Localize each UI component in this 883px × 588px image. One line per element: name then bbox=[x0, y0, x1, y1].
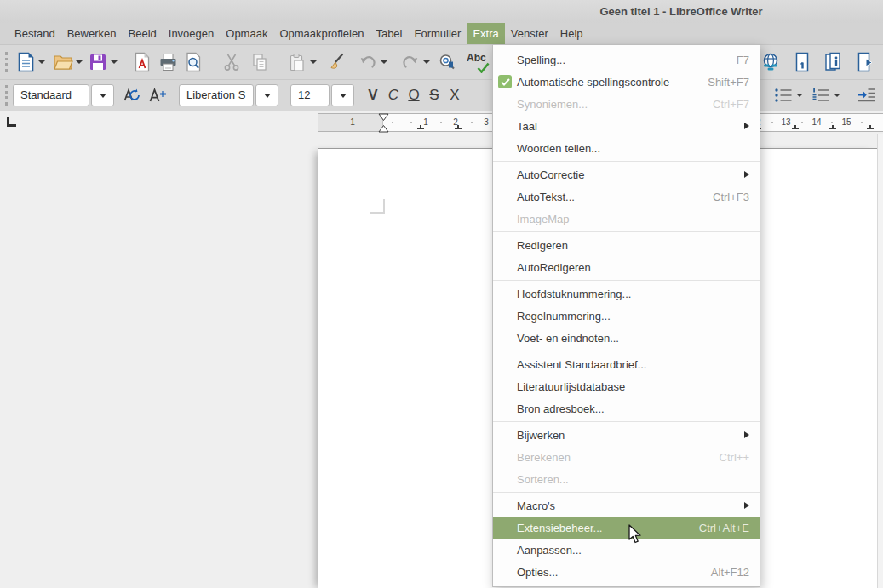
menu-item-label: AutoCorrectie bbox=[517, 168, 732, 181]
save-dropdown[interactable] bbox=[109, 51, 119, 73]
font-size-dropdown[interactable] bbox=[331, 84, 354, 106]
menu-item-label: Assistent Standaardbrief... bbox=[517, 358, 737, 371]
menu-item[interactable]: Voet- en eindnoten... bbox=[493, 327, 760, 349]
paragraph-style-input[interactable]: Standaard bbox=[13, 84, 89, 106]
menu-item[interactable]: Bijwerken bbox=[493, 424, 760, 446]
menubar-item[interactable]: Help bbox=[554, 23, 589, 44]
cut-icon[interactable] bbox=[221, 51, 243, 73]
paste-icon[interactable] bbox=[286, 51, 308, 73]
menu-item[interactable]: Bron adresboek... bbox=[493, 397, 760, 420]
menubar-item[interactable]: Beeld bbox=[123, 23, 163, 44]
menubar-item[interactable]: Tabel bbox=[370, 23, 408, 44]
paste-dropdown[interactable] bbox=[308, 51, 318, 73]
copy-icon[interactable] bbox=[249, 51, 271, 73]
insert-page-break-icon[interactable] bbox=[791, 51, 813, 73]
menu-item-label: Opties... bbox=[517, 566, 699, 579]
undo-icon[interactable] bbox=[357, 51, 379, 73]
menubar-item[interactable]: Extra bbox=[467, 23, 504, 44]
menu-item-label: Voet- en eindnoten... bbox=[517, 332, 737, 345]
format-button[interactable]: S bbox=[424, 84, 444, 106]
tab-stop-marker[interactable] bbox=[792, 125, 799, 129]
font-name-input[interactable]: Liberation S bbox=[179, 84, 254, 106]
new-document-dropdown[interactable] bbox=[37, 51, 47, 73]
menu-item[interactable]: ImageMap bbox=[493, 208, 760, 230]
font-size-input[interactable]: 12 bbox=[290, 84, 330, 106]
insert-field-icon[interactable] bbox=[823, 51, 845, 73]
insert-bookmark-icon[interactable] bbox=[854, 51, 876, 73]
save-icon[interactable] bbox=[87, 51, 109, 73]
undo-dropdown[interactable] bbox=[379, 51, 389, 73]
menu-item-label: Bron adresboek... bbox=[517, 402, 737, 415]
print-icon[interactable] bbox=[157, 51, 179, 73]
menu-item[interactable]: Sorteren... bbox=[493, 468, 760, 490]
vertical-scrollbar[interactable] bbox=[877, 134, 883, 588]
tab-stop-marker[interactable] bbox=[829, 125, 836, 129]
menu-item-label: Redigeren bbox=[517, 239, 737, 252]
menu-item[interactable]: Automatische spellingscontrole Shift+F7 bbox=[493, 71, 760, 93]
menu-item[interactable]: Literatuurlijstdatabase bbox=[493, 375, 760, 397]
clone-formatting-icon[interactable] bbox=[325, 51, 347, 73]
menu-item-label: Extensiebeheer... bbox=[517, 522, 687, 534]
menubar-item[interactable]: Invoegen bbox=[163, 23, 221, 44]
format-button[interactable]: V bbox=[363, 84, 383, 106]
menubar-item[interactable]: Bewerken bbox=[61, 23, 123, 44]
menu-item[interactable]: Macro's bbox=[493, 494, 760, 517]
menu-item[interactable]: Extensiebeheer... Ctrl+Alt+E bbox=[493, 517, 760, 539]
tab-stop-marker[interactable] bbox=[455, 125, 462, 129]
menu-item-label: AutoRedigeren bbox=[517, 261, 737, 274]
menubar-item[interactable]: Venster bbox=[505, 23, 554, 44]
format-button[interactable]: X bbox=[444, 84, 465, 106]
find-and-replace-icon[interactable] bbox=[436, 51, 458, 73]
ruler-number: 14 bbox=[811, 117, 821, 127]
menu-item[interactable]: Spelling... F7 bbox=[493, 49, 760, 71]
menubar-item[interactable]: Opmaakprofielen bbox=[273, 23, 370, 44]
tab-stop-marker[interactable] bbox=[417, 125, 424, 129]
paragraph-style-dropdown[interactable] bbox=[91, 84, 114, 106]
new-style-icon[interactable] bbox=[146, 84, 169, 106]
menubar-item[interactable]: Bestand bbox=[9, 23, 61, 44]
font-name-dropdown[interactable] bbox=[255, 84, 278, 106]
hyperlink-icon[interactable] bbox=[760, 51, 782, 73]
update-style-icon[interactable] bbox=[121, 84, 143, 106]
libreoffice-writer-window: { "window": { "title": "Geen titel 1 - L… bbox=[0, 0, 883, 588]
menu-item[interactable]: Assistent Standaardbrief... bbox=[493, 353, 760, 375]
new-document-icon[interactable] bbox=[14, 51, 37, 73]
redo-dropdown[interactable] bbox=[421, 51, 432, 73]
menu-item-label: Macro's bbox=[517, 500, 732, 512]
titlebar[interactable]: Geen titel 1 - LibreOffice Writer bbox=[0, 0, 883, 23]
numbered-list-dropdown[interactable] bbox=[832, 84, 842, 106]
menu-item[interactable]: Berekenen Ctrl++ bbox=[493, 446, 760, 468]
toolbar-grab-handle[interactable] bbox=[5, 52, 9, 72]
export-pdf-icon[interactable] bbox=[131, 51, 153, 73]
menu-item[interactable]: AutoRedigeren bbox=[493, 256, 760, 278]
open-file-icon[interactable] bbox=[52, 51, 74, 73]
menu-item[interactable]: Redigeren bbox=[493, 234, 760, 256]
menubar-item[interactable]: Formulier bbox=[408, 23, 467, 44]
menu-item-label: Taal bbox=[517, 120, 732, 133]
format-button[interactable]: C bbox=[383, 84, 404, 106]
menu-item[interactable]: Aanpassen... bbox=[493, 539, 760, 561]
menu-item[interactable]: Opties... Alt+F12 bbox=[493, 561, 760, 583]
menu-item[interactable]: Regelnummering... bbox=[493, 305, 760, 327]
open-file-dropdown[interactable] bbox=[74, 51, 84, 73]
redo-icon[interactable] bbox=[399, 51, 421, 73]
menu-item[interactable]: Taal bbox=[493, 115, 760, 137]
menu-item[interactable]: Synoniemen... Ctrl+F7 bbox=[493, 93, 760, 115]
tab-type-selector[interactable] bbox=[7, 117, 16, 127]
menu-item[interactable]: AutoTekst... Ctrl+F3 bbox=[493, 186, 760, 208]
menu-item[interactable]: Hoofdstuknummering... bbox=[493, 283, 760, 305]
bullet-list-dropdown[interactable] bbox=[794, 84, 805, 106]
bullet-list-icon[interactable] bbox=[772, 84, 794, 106]
increase-indent-icon[interactable] bbox=[856, 84, 878, 106]
toolbar-grab-handle[interactable] bbox=[5, 85, 9, 106]
menu-item[interactable]: Woorden tellen... bbox=[493, 137, 760, 159]
numbered-list-icon[interactable] bbox=[810, 84, 832, 106]
tab-stop-marker[interactable] bbox=[867, 125, 874, 129]
print-preview-icon[interactable] bbox=[182, 51, 204, 73]
menu-item[interactable]: AutoCorrectie bbox=[493, 163, 760, 186]
format-button[interactable]: O bbox=[404, 84, 424, 106]
auto-spellcheck-icon[interactable]: Abc bbox=[466, 51, 490, 73]
menubar-item[interactable]: Opmaak bbox=[220, 23, 273, 44]
indent-marker-icon[interactable] bbox=[378, 113, 389, 136]
menubar: Bestand Bewerken Beeld Invoegen Opmaak O… bbox=[0, 23, 883, 44]
